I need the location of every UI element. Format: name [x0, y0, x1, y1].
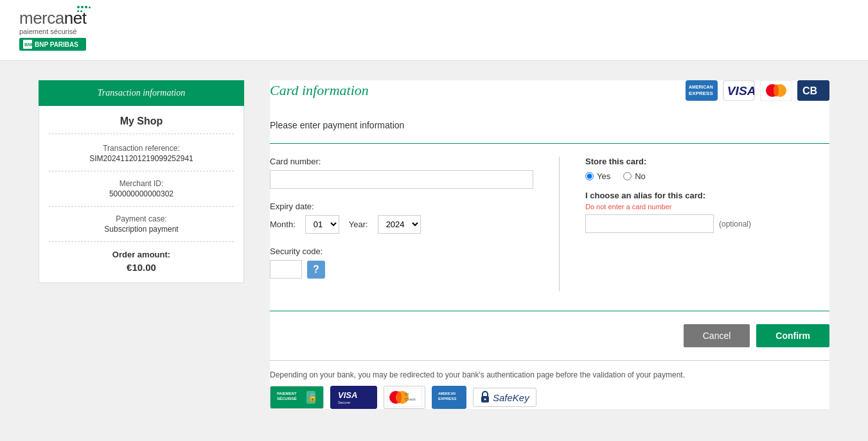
store-card-radio-group: Yes No	[585, 171, 829, 181]
security-code-group: Security code: ?	[270, 246, 533, 279]
card-icons: AMERICAN EXPRESS VISA	[686, 80, 829, 101]
form-divider	[270, 143, 829, 144]
svg-text:VISA: VISA	[727, 84, 754, 98]
header: mercanet paiement sécurisé BNP BNP PARIB…	[0, 0, 868, 61]
security-code-input[interactable]	[270, 260, 302, 279]
alias-section: I choose an alias for this card: Do not …	[585, 191, 829, 233]
bnp-logo-icon: BNP	[23, 40, 32, 49]
svg-text:Check: Check	[405, 397, 416, 401]
alias-hint: Do not enter a card number	[585, 203, 829, 211]
safekey-label: SafeKey	[493, 392, 529, 403]
form-main-row: Card number: Expiry date: Month: 01 02 0…	[270, 157, 829, 291]
transaction-body: My Shop Transaction reference: SIM202411…	[39, 106, 244, 283]
visa-secure-badge: VISA Secure	[330, 386, 377, 409]
visa-icon: VISA	[723, 80, 755, 101]
alias-row: (optional)	[585, 214, 829, 233]
month-select[interactable]: 01 02 03 04 05 06 07 08 09 10 11 12	[305, 215, 339, 234]
svg-point-24	[396, 392, 402, 404]
store-card-section: Store this card: Yes No	[585, 157, 829, 181]
svg-text:BNP: BNP	[24, 42, 32, 47]
cancel-button[interactable]: Cancel	[684, 324, 750, 347]
card-number-label: Card number:	[270, 157, 533, 166]
logo-subtitle: paiement sécurisé	[19, 28, 86, 35]
svg-point-10	[774, 85, 779, 97]
svg-text:PAIEMENT: PAIEMENT	[277, 392, 297, 395]
svg-text:ID: ID	[405, 392, 409, 396]
transaction-panel: Transaction information My Shop Transact…	[39, 80, 244, 409]
card-info-title: Card information	[270, 82, 369, 99]
payment-case-block: Payment case: Subscription payment	[49, 214, 234, 242]
cb-icon: CB	[797, 80, 829, 101]
svg-text:EXPRESS: EXPRESS	[689, 91, 713, 96]
order-amount-label: Order amount:	[49, 250, 234, 259]
svg-text:🔒: 🔒	[308, 392, 317, 402]
svg-point-31	[484, 399, 486, 401]
alias-optional: (optional)	[719, 220, 751, 229]
order-amount-block: Order amount: €10.00	[49, 250, 234, 273]
mastercard-icon	[760, 80, 792, 101]
paiement-securise-badge: PAIEMENT SÉCURISÉ 🔒	[270, 386, 324, 409]
card-number-input[interactable]	[270, 170, 533, 189]
yes-radio[interactable]	[585, 172, 594, 180]
svg-text:Secure: Secure	[338, 401, 351, 404]
form-right: Store this card: Yes No I choo	[585, 157, 829, 291]
expiry-group: Expiry date: Month: 01 02 03 04 05 06 07…	[270, 202, 533, 234]
alias-label: I choose an alias for this card:	[585, 191, 829, 200]
bnp-badge: BNP BNP PARIBAS	[19, 38, 86, 51]
safekey-lock-icon	[480, 391, 490, 404]
confirm-button[interactable]: Confirm	[756, 324, 829, 347]
order-amount-value: €10.00	[49, 262, 234, 273]
security-logos: PAIEMENT SÉCURISÉ 🔒 VISA Secure	[270, 386, 829, 409]
card-panel: Card information AMERICAN EXPRESS VISA	[270, 80, 829, 409]
logo: mercanet paiement sécurisé BNP BNP PARIB…	[19, 10, 86, 51]
alias-input[interactable]	[585, 214, 714, 233]
transaction-header: Transaction information	[39, 80, 244, 106]
svg-text:AMERICAN: AMERICAN	[438, 392, 456, 395]
logo-text: mercanet	[19, 10, 86, 26]
year-inline-label: Year:	[349, 220, 368, 229]
month-inline-label: Month:	[270, 220, 296, 229]
no-radio[interactable]	[623, 172, 632, 180]
svg-text:EXPRESS: EXPRESS	[438, 397, 456, 401]
security-notice: Depending on your bank, you may be redir…	[270, 360, 829, 409]
yes-radio-label[interactable]: Yes	[585, 171, 610, 181]
transaction-ref-block: Transaction reference: SIM20241120121909…	[49, 144, 234, 171]
merchant-id-label: Merchant ID:	[49, 179, 234, 188]
year-select[interactable]: 2024 2025 2026 2027 2028 2029 2030	[378, 215, 421, 234]
safekey-text-badge: SafeKey	[473, 388, 536, 407]
form-left: Card number: Expiry date: Month: 01 02 0…	[270, 157, 560, 291]
button-row: Cancel Confirm	[270, 311, 829, 347]
id-check-badge: ID Check	[384, 386, 425, 409]
store-card-label: Store this card:	[585, 157, 829, 166]
card-number-group: Card number:	[270, 157, 533, 189]
amex-safekey-badge: AMERICAN EXPRESS	[432, 386, 466, 409]
merchant-id-block: Merchant ID: 500000000000302	[49, 179, 234, 207]
shop-name: My Shop	[49, 116, 234, 134]
security-notice-text: Depending on your bank, you may be redir…	[270, 370, 829, 379]
transaction-ref-value: SIM202411201219099252941	[49, 154, 234, 163]
amex-icon: AMERICAN EXPRESS	[686, 80, 718, 101]
prompt-text: Please enter payment information	[270, 120, 829, 130]
security-code-label: Security code:	[270, 246, 533, 256]
transaction-ref-label: Transaction reference:	[49, 144, 234, 153]
expiry-label: Expiry date:	[270, 202, 533, 211]
card-info-header: Card information AMERICAN EXPRESS VISA	[270, 80, 829, 107]
svg-text:SÉCURISÉ: SÉCURISÉ	[277, 396, 297, 401]
svg-text:VISA: VISA	[338, 390, 357, 400]
svg-text:AMERICAN: AMERICAN	[689, 85, 713, 89]
merchant-id-value: 500000000000302	[49, 189, 234, 198]
payment-case-label: Payment case:	[49, 214, 234, 223]
security-help-button[interactable]: ?	[307, 261, 325, 279]
expiry-row: Month: 01 02 03 04 05 06 07 08 09 10	[270, 215, 533, 234]
security-row: ?	[270, 260, 533, 279]
svg-text:CB: CB	[802, 85, 817, 96]
no-radio-label[interactable]: No	[623, 171, 646, 181]
payment-case-value: Subscription payment	[49, 225, 234, 234]
main-content: Transaction information My Shop Transact…	[0, 61, 868, 428]
